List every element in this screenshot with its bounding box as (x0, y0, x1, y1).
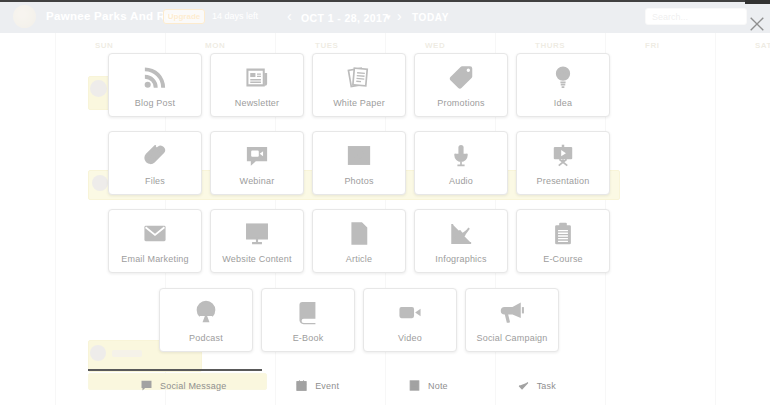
app-window: Pawnee Parks And Rec Upgrade 14 days lef… (0, 0, 770, 405)
content-type-promotions[interactable]: Promotions (414, 53, 508, 117)
webinar-icon (241, 141, 273, 170)
envelope-icon (139, 219, 171, 248)
content-type-webinar[interactable]: Webinar (210, 131, 304, 195)
content-type-presentation[interactable]: Presentation (516, 131, 610, 195)
content-type-grid: Blog PostNewsletterWhite PaperPromotions… (108, 53, 610, 273)
speech-bubble-icon (140, 379, 153, 392)
quick-create-event[interactable]: Event (295, 379, 339, 392)
text-underline (88, 369, 262, 371)
podcast-icon (190, 298, 222, 327)
content-type-label: Audio (449, 176, 473, 186)
content-type-label: Presentation (537, 176, 590, 186)
content-type-label: Video (398, 333, 422, 343)
presentation-icon (547, 141, 579, 170)
microphone-icon (445, 141, 477, 170)
quick-create-label: Note (428, 381, 448, 391)
content-type-label: Social Campaign (476, 333, 547, 343)
content-type-podcast[interactable]: Podcast (159, 288, 253, 352)
note-icon (408, 379, 421, 392)
content-type-label: Newsletter (235, 98, 280, 108)
top-right-border-nub (745, 0, 770, 4)
content-type-label: Article (346, 254, 372, 264)
tag-icon (445, 63, 477, 92)
content-type-label: Podcast (189, 333, 223, 343)
rss-icon (139, 63, 171, 92)
content-type-website-content[interactable]: Website Content (210, 209, 304, 273)
top-border-line (0, 0, 770, 2)
chart-icon (445, 219, 477, 248)
content-type-label: Webinar (240, 176, 275, 186)
quick-create-note[interactable]: Note (408, 379, 448, 392)
content-type-label: Website Content (222, 254, 291, 264)
content-type-white-paper[interactable]: White Paper (312, 53, 406, 117)
photo-icon (343, 141, 375, 170)
book-icon (292, 298, 324, 327)
quick-create-social-message[interactable]: Social Message (140, 379, 226, 392)
content-type-photos[interactable]: Photos (312, 131, 406, 195)
quick-create-label: Social Message (160, 381, 226, 391)
content-type-e-course[interactable]: E-Course (516, 209, 610, 273)
content-type-social-campaign[interactable]: Social Campaign (465, 288, 559, 352)
content-type-label: White Paper (333, 98, 385, 108)
video-icon (394, 298, 426, 327)
new-content-modal: Blog PostNewsletterWhite PaperPromotions… (0, 0, 770, 405)
monitor-icon (241, 219, 273, 248)
content-type-files[interactable]: Files (108, 131, 202, 195)
lightbulb-icon (547, 63, 579, 92)
content-type-label: Files (145, 176, 165, 186)
article-icon (343, 219, 375, 248)
paperclip-icon (139, 141, 171, 170)
content-type-blog-post[interactable]: Blog Post (108, 53, 202, 117)
content-type-label: Promotions (437, 98, 485, 108)
content-type-grid-last-row: PodcastE-BookVideoSocial Campaign (159, 288, 559, 352)
quick-create-label: Event (315, 381, 339, 391)
content-type-label: E-Book (293, 333, 324, 343)
clipboard-icon (547, 219, 579, 248)
content-type-label: Email Marketing (121, 254, 189, 264)
megaphone-icon (496, 298, 528, 327)
quick-create-task[interactable]: Task (517, 379, 556, 392)
close-icon[interactable] (748, 15, 766, 33)
calendar-icon (295, 379, 308, 392)
content-type-audio[interactable]: Audio (414, 131, 508, 195)
check-icon (517, 379, 530, 392)
content-type-email-marketing[interactable]: Email Marketing (108, 209, 202, 273)
newspaper-icon (241, 63, 273, 92)
quick-create-row: Social MessageEventNoteTask (140, 379, 556, 392)
content-type-newsletter[interactable]: Newsletter (210, 53, 304, 117)
white-paper-icon (343, 63, 375, 92)
content-type-e-book[interactable]: E-Book (261, 288, 355, 352)
content-type-infographics[interactable]: Infographics (414, 209, 508, 273)
quick-create-label: Task (537, 381, 556, 391)
content-type-label: Photos (344, 176, 373, 186)
content-type-article[interactable]: Article (312, 209, 406, 273)
content-type-video[interactable]: Video (363, 288, 457, 352)
content-type-idea[interactable]: Idea (516, 53, 610, 117)
content-type-label: Blog Post (135, 98, 175, 108)
content-type-label: Infographics (435, 254, 486, 264)
content-type-label: Idea (554, 98, 572, 108)
content-type-label: E-Course (543, 254, 583, 264)
